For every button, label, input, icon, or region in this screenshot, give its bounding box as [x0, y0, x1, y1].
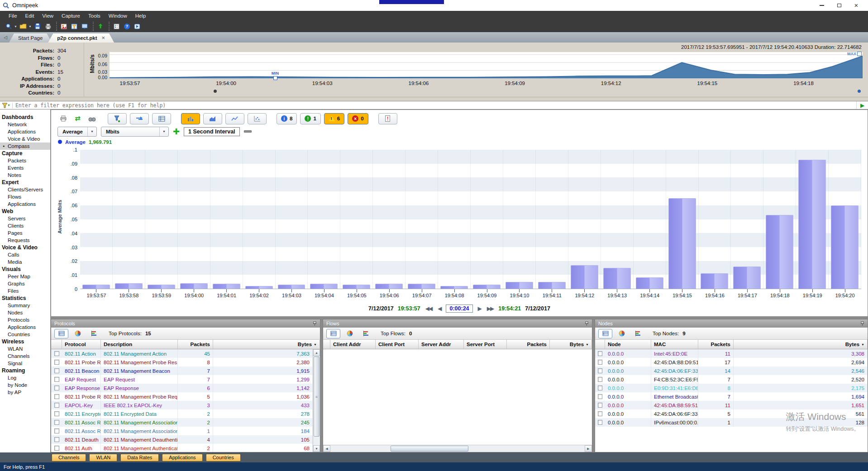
table-row[interactable]: 802.11 Action 802.11 Management Action 4… [51, 349, 313, 358]
pin-icon[interactable] [585, 321, 589, 326]
table-row[interactable]: 802.11 Beacon 802.11 Management Beacon 7… [51, 366, 313, 375]
sidebar-item[interactable]: Channels [0, 352, 50, 360]
chart-plot-area[interactable] [80, 150, 861, 289]
sidebar-item[interactable]: Clients [0, 222, 50, 229]
row-checkbox[interactable] [598, 420, 602, 425]
statistics-tab[interactable]: Countries [206, 454, 241, 461]
search-icon[interactable] [5, 23, 13, 30]
scatter-chart-type-button[interactable] [248, 113, 267, 124]
menu-item[interactable]: Tools [84, 12, 105, 19]
units-select[interactable]: Mbits ▼ [101, 127, 169, 137]
row-checkbox[interactable] [598, 385, 602, 390]
sidebar-item[interactable]: Protocols [0, 316, 50, 324]
column-header-bytes[interactable]: Bytes [213, 340, 320, 349]
error-events-button[interactable]: ×0 [348, 113, 368, 124]
row-checkbox[interactable] [54, 385, 59, 390]
row-checkbox[interactable] [598, 368, 602, 373]
scroll-up-icon[interactable]: ▲ [313, 349, 320, 356]
sidebar-item[interactable]: Events [0, 164, 50, 171]
print-icon[interactable] [44, 23, 52, 30]
column-header-packets[interactable]: Packets [698, 340, 734, 349]
bar-chart-type-button[interactable] [181, 113, 200, 124]
table-row[interactable]: 0.0.0.0 IPv6mcast:00:00:0... 1 128 [595, 418, 868, 427]
monitor-icon[interactable] [81, 23, 89, 30]
sidebar-item[interactable]: Compass [0, 143, 50, 150]
sidebar-item[interactable]: Log [0, 374, 50, 381]
sidebar-item[interactable]: Expert [0, 179, 50, 186]
open-dropdown-icon[interactable]: ▼ [29, 25, 32, 28]
statistics-tab[interactable]: Channels [52, 454, 86, 461]
table-row[interactable]: 0.0.0.0 42:45:DA:B8:D9:51 17 2,694 [595, 358, 868, 366]
bar-view-button[interactable] [359, 329, 373, 338]
sidebar-item[interactable]: Notes [0, 171, 50, 179]
sidebar-item[interactable]: by AP [0, 389, 50, 396]
column-header-packets[interactable]: Packets [178, 340, 213, 349]
row-checkbox[interactable] [54, 446, 59, 451]
sidebar-item[interactable]: Voice & Video [0, 135, 50, 143]
row-checkbox[interactable] [598, 360, 602, 365]
sidebar-item[interactable]: Dashboards [0, 114, 50, 121]
launch-icon[interactable] [133, 23, 142, 30]
row-checkbox[interactable] [54, 377, 59, 382]
sidebar-item[interactable]: Roaming [0, 367, 50, 374]
sidebar-item[interactable]: Graphs [0, 280, 50, 287]
sidebar-item[interactable]: WLAN [0, 345, 50, 352]
open-folder-icon[interactable] [19, 23, 28, 30]
sidebar-item[interactable]: Summary [0, 302, 50, 309]
row-checkbox[interactable] [598, 403, 602, 408]
save-icon[interactable] [33, 23, 42, 30]
apply-filter-icon[interactable]: ▶ [856, 101, 868, 109]
table-row[interactable]: EAP Request EAP Request 7 1,299 [51, 375, 313, 384]
horizontal-scrollbar[interactable]: ◀ ▶ [323, 445, 592, 452]
table-view-button[interactable] [598, 329, 612, 338]
row-checkbox[interactable] [598, 394, 602, 399]
minimize-button[interactable] [819, 3, 825, 8]
sidebar-item[interactable]: Capture [0, 150, 50, 157]
line-chart-type-button[interactable] [225, 113, 244, 124]
sidebar-item[interactable]: Applications [0, 324, 50, 331]
restore-button[interactable] [836, 3, 842, 8]
sidebar-item[interactable]: Applications [0, 200, 50, 208]
table-row[interactable]: 0.0.0.0 Intel:45:ED:0E 11 3,308 [595, 349, 868, 358]
table-row[interactable]: 802.11 Encrypte... 802.11 Encrypted Data… [51, 409, 313, 418]
row-checkbox[interactable] [54, 351, 59, 356]
search-dropdown-icon[interactable]: ▼ [14, 25, 17, 28]
scrollbar-thumb[interactable] [391, 446, 468, 452]
table-row[interactable]: 0.0.0.0 E0:9D:31:41:E6:D8 8 2,175 [595, 384, 868, 392]
column-header-client-addr[interactable]: Client Addr [330, 340, 376, 349]
sidebar-item[interactable]: Signal [0, 360, 50, 367]
sidebar-item[interactable]: by Node [0, 381, 50, 389]
menu-item[interactable]: Window [105, 12, 131, 19]
row-checkbox[interactable] [598, 411, 602, 416]
row-checkbox[interactable] [54, 403, 59, 408]
pin-icon[interactable] [860, 321, 864, 326]
row-checkbox[interactable] [54, 360, 59, 365]
interval-value[interactable]: 1 Second Interval [184, 127, 240, 136]
sidebar-item[interactable]: Files [0, 287, 50, 295]
details-table-button[interactable] [152, 113, 171, 124]
filter-icon[interactable] [70, 23, 79, 30]
column-header-node[interactable]: Node [605, 340, 651, 349]
pin-icon[interactable] [313, 321, 317, 326]
scrollbar-thumb[interactable] [314, 357, 320, 437]
sidebar-item[interactable]: Statistics [0, 295, 50, 302]
pie-view-button[interactable] [615, 329, 629, 338]
row-checkbox[interactable] [54, 420, 59, 425]
column-header-bytes[interactable]: Bytes [734, 340, 868, 349]
statistics-tab[interactable]: WLAN [89, 454, 117, 461]
sidebar-item[interactable]: Network [0, 121, 50, 128]
rewind-fast-icon[interactable]: ◀◀ [424, 305, 433, 312]
menu-item[interactable]: Edit [21, 12, 38, 19]
table-row[interactable]: EAP Response EAP Response 6 1,142 [51, 384, 313, 392]
list-options-icon[interactable] [112, 23, 121, 30]
scroll-left-icon[interactable]: ◀ [323, 445, 330, 452]
warning-events-button[interactable]: 6 [324, 113, 344, 124]
pie-view-button[interactable] [343, 329, 357, 338]
event-log-button[interactable]: ! [378, 113, 397, 124]
filter-dropdown-icon[interactable]: ▼ [7, 104, 10, 107]
tab-p2p-connect[interactable]: p2p connect.pkt × [48, 33, 114, 43]
sidebar-item[interactable]: Packets [0, 157, 50, 164]
column-header-server-port[interactable]: Server Port [464, 340, 507, 349]
time-range-slider[interactable] [110, 89, 863, 94]
binoculars-icon[interactable] [86, 114, 98, 124]
